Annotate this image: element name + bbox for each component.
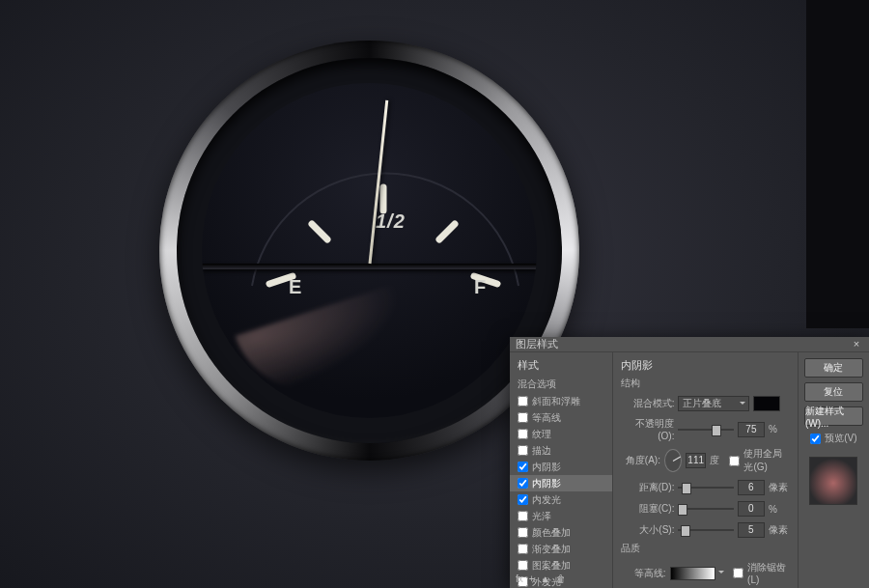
style-label: 内阴影 (532, 461, 561, 474)
style-label: 等高线 (532, 411, 561, 425)
size-label: 大小(S): (621, 523, 674, 537)
layer-style-dialog[interactable]: 图层样式 × 样式 混合选项 斜面和浮雕等高线纹理描边内阴影内阴影内发光光泽颜色… (510, 337, 869, 588)
dialog-titlebar[interactable]: 图层样式 × (510, 337, 869, 352)
opacity-label: 不透明度(O): (621, 417, 674, 441)
cancel-button[interactable]: 复位 (804, 382, 863, 402)
style-label: 斜面和浮雕 (532, 395, 580, 408)
choke-unit: % (769, 504, 790, 515)
style-checkbox[interactable] (518, 544, 528, 554)
distance-unit: 像素 (769, 481, 790, 494)
style-row-5[interactable]: 内阴影 (510, 475, 612, 491)
style-checkbox[interactable] (518, 445, 528, 456)
style-row-0[interactable]: 斜面和浮雕 (510, 393, 612, 409)
document-canvas[interactable]: E F 1/2 图层样式 × 样式 混合选项 斜面和浮雕等高线纹理描边内阴影内阴… (0, 0, 869, 588)
trash-icon[interactable]: 🗑 (556, 574, 566, 584)
blending-options-row[interactable]: 混合选项 (510, 376, 612, 392)
ok-button[interactable]: 确定 (804, 358, 863, 378)
style-row-4[interactable]: 内阴影 (510, 459, 612, 475)
style-label: 内发光 (532, 493, 561, 507)
new-style-button[interactable]: 新建样式(W)... (804, 406, 863, 426)
gauge-face: E F 1/2 (202, 83, 537, 418)
dialog-button-column: 确定 复位 新建样式(W)... 预览(V) (798, 352, 869, 588)
global-light-label: 使用全局光(G) (743, 447, 789, 474)
preview-label: 预览(V) (825, 432, 856, 445)
choke-value[interactable]: 0 (738, 501, 765, 517)
angle-row: 角度(A): 111 度 使用全局光(G) (621, 447, 789, 474)
gauge-label-full: F (474, 276, 487, 298)
blend-mode-label: 混合模式: (621, 397, 674, 410)
svg-line-3 (439, 224, 455, 239)
right-dark-strip (806, 0, 869, 328)
choke-slider[interactable] (678, 503, 733, 515)
quality-label: 品质 (621, 542, 789, 555)
close-icon[interactable]: × (850, 338, 863, 351)
choke-label: 阻塞(C): (621, 502, 674, 516)
global-light-checkbox[interactable] (729, 456, 740, 466)
style-label: 渐变叠加 (532, 543, 571, 556)
style-row-7[interactable]: 光泽 (510, 508, 612, 524)
style-row-10[interactable]: 图案叠加 (510, 557, 612, 574)
opacity-value[interactable]: 75 (738, 422, 765, 437)
style-list-footer: fx + ▲ 🗑 (516, 574, 566, 584)
style-label: 描边 (532, 444, 551, 458)
gauge-label-empty: E (289, 276, 302, 298)
angle-dial[interactable] (664, 449, 682, 472)
contour-picker[interactable] (670, 567, 715, 580)
styles-list-column: 样式 混合选项 斜面和浮雕等高线纹理描边内阴影内阴影内发光光泽颜色叠加渐变叠加图… (510, 352, 613, 588)
angle-value[interactable]: 111 (686, 453, 706, 468)
fx-icon[interactable]: fx (516, 574, 523, 584)
add-style-icon[interactable]: + (529, 574, 535, 584)
antialias-label: 消除锯齿(L) (747, 561, 790, 585)
contour-label: 等高线: (621, 567, 665, 580)
gauge-shelf (202, 264, 537, 269)
style-label: 内阴影 (532, 477, 561, 490)
effect-options-column: 内阴影 结构 混合模式: 正片叠底 不透明度(O): 75 % 角度(A): 1… (613, 352, 797, 588)
style-checkbox[interactable] (518, 462, 528, 472)
style-label: 纹理 (532, 428, 551, 441)
opacity-slider[interactable] (678, 424, 733, 435)
contour-row: 等高线: 消除锯齿(L) (621, 561, 789, 585)
style-row-1[interactable]: 等高线 (510, 409, 612, 426)
styles-header: 样式 (510, 356, 612, 375)
dialog-title-text: 图层样式 (516, 337, 850, 351)
size-value[interactable]: 5 (738, 522, 765, 538)
style-row-9[interactable]: 渐变叠加 (510, 541, 612, 557)
style-label: 图案叠加 (532, 559, 571, 573)
style-checkbox[interactable] (518, 412, 528, 423)
style-checkbox[interactable] (518, 527, 528, 538)
style-checkbox[interactable] (518, 478, 528, 489)
shadow-color-swatch[interactable] (753, 396, 780, 411)
style-checkbox[interactable] (518, 396, 528, 406)
angle-unit: 度 (710, 454, 725, 467)
angle-label: 角度(A): (621, 454, 659, 467)
style-checkbox[interactable] (518, 494, 528, 505)
style-row-6[interactable]: 内发光 (510, 491, 612, 508)
effect-title: 内阴影 (621, 358, 789, 373)
gauge-inner-ring: E F 1/2 (177, 58, 562, 443)
preview-checkbox[interactable] (810, 434, 821, 444)
distance-value[interactable]: 6 (738, 480, 765, 495)
up-icon[interactable]: ▲ (541, 574, 550, 584)
preview-row: 预览(V) (804, 431, 863, 446)
style-label: 颜色叠加 (532, 526, 571, 540)
size-slider[interactable] (678, 524, 733, 536)
blending-options-label: 混合选项 (518, 378, 556, 391)
size-row: 大小(S): 5 像素 (621, 522, 789, 538)
style-row-3[interactable]: 描边 (510, 442, 612, 459)
style-row-8[interactable]: 颜色叠加 (510, 524, 612, 541)
structure-label: 结构 (621, 377, 789, 390)
distance-slider[interactable] (678, 482, 733, 493)
style-checkbox[interactable] (518, 511, 528, 521)
svg-line-1 (312, 224, 327, 239)
antialias-checkbox[interactable] (733, 568, 743, 578)
style-row-2[interactable]: 纹理 (510, 426, 612, 442)
blend-mode-dropdown[interactable]: 正片叠底 (678, 396, 749, 411)
style-checkbox[interactable] (518, 560, 528, 571)
style-label: 光泽 (532, 510, 551, 523)
style-checkbox[interactable] (518, 429, 528, 439)
preview-swatch (809, 457, 857, 505)
size-unit: 像素 (769, 523, 790, 537)
choke-row: 阻塞(C): 0 % (621, 501, 789, 517)
distance-row: 距离(D): 6 像素 (621, 480, 789, 495)
gauge-label-half: 1/2 (376, 210, 406, 233)
